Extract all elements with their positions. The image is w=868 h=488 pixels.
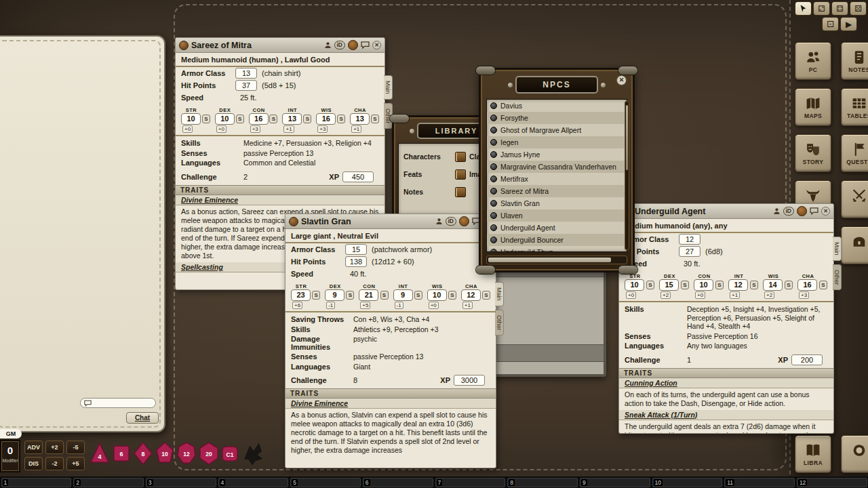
xp-value[interactable]: 200: [791, 354, 823, 365]
ability-save-button[interactable]: S: [371, 115, 379, 123]
ability-score[interactable]: 16: [316, 113, 336, 125]
ability-mod[interactable]: +0: [429, 302, 439, 309]
die-d8[interactable]: 8: [133, 441, 153, 466]
ability-mod[interactable]: +5: [360, 302, 370, 309]
die-d10[interactable]: 10: [155, 441, 175, 466]
hit-points-value[interactable]: 37: [235, 80, 257, 91]
scrollbar-handle[interactable]: [488, 258, 611, 262]
dice-tool-button-1[interactable]: ⚁: [813, 1, 830, 16]
die-d12[interactable]: 12: [176, 441, 197, 466]
hotkey-slot[interactable]: 1: [1, 478, 72, 487]
ability-mod[interactable]: +1: [283, 125, 294, 133]
ability-int[interactable]: INT12+1S: [727, 273, 760, 298]
ability-save-button[interactable]: S: [202, 115, 210, 123]
npc-token-icon[interactable]: [490, 115, 497, 121]
ability-dex[interactable]: DEX10+0S: [214, 107, 245, 131]
npc-token-icon[interactable]: [490, 139, 497, 146]
die-d4[interactable]: 4: [90, 441, 110, 466]
module-book-icon[interactable]: [455, 187, 466, 197]
hotkey-slot[interactable]: 8: [507, 478, 578, 487]
minus5-button[interactable]: -5: [66, 441, 85, 454]
ability-save-button[interactable]: S: [337, 115, 345, 123]
npc-token-icon[interactable]: [289, 217, 298, 226]
module-book-icon[interactable]: [455, 152, 466, 162]
sidebar-button-encounters[interactable]: [841, 180, 868, 218]
ability-score[interactable]: 12: [461, 289, 481, 301]
ability-score[interactable]: 10: [215, 113, 235, 125]
ability-score[interactable]: 9: [325, 289, 344, 301]
ability-dex[interactable]: DEX15+2S: [658, 273, 690, 298]
npc-list-item[interactable]: Slavtin Gran: [487, 197, 627, 209]
npc-token-icon[interactable]: [490, 200, 497, 207]
sidebar-button-items[interactable]: [841, 226, 868, 264]
ability-wis[interactable]: WIS14+2S: [762, 273, 794, 298]
hotkey-slot[interactable]: 3: [146, 478, 216, 487]
ability-score[interactable]: 10: [427, 289, 447, 301]
sidebar-button-pc[interactable]: PC: [795, 42, 831, 80]
trait-name[interactable]: Sneak Attack (1/Turn): [619, 410, 833, 420]
ability-int[interactable]: INT9-1S: [392, 283, 424, 308]
hotkey-slot[interactable]: 6: [363, 478, 433, 487]
ability-mod[interactable]: +0: [182, 125, 193, 133]
npc-token-icon[interactable]: [490, 249, 497, 252]
npc-list-item[interactable]: Iegen: [487, 136, 627, 148]
ability-save-button[interactable]: S: [236, 115, 244, 123]
portrait-icon[interactable]: [797, 206, 807, 216]
disadvantage-button[interactable]: DIS: [24, 457, 43, 470]
tab-main[interactable]: Main: [833, 237, 842, 261]
armor-class-value[interactable]: 15: [345, 244, 367, 255]
ability-mod[interactable]: +1: [730, 291, 740, 299]
ability-dex[interactable]: DEX9-1S: [323, 283, 355, 308]
npc-token-icon[interactable]: [490, 188, 497, 195]
die-d20[interactable]: 20: [198, 441, 220, 466]
ability-mod[interactable]: +3: [799, 291, 809, 299]
hotkey-slot[interactable]: 5: [290, 478, 361, 487]
ability-str[interactable]: STR23+6S: [290, 283, 321, 308]
module-book-icon[interactable]: [455, 169, 466, 180]
modifier-value[interactable]: 0: [1, 445, 19, 456]
npc-list-item[interactable]: Sareez of Mitra: [487, 185, 627, 197]
sidebar-button-story[interactable]: STORY: [795, 134, 831, 172]
ability-mod[interactable]: +1: [462, 302, 473, 309]
ability-save-button[interactable]: S: [715, 281, 724, 289]
ability-mod[interactable]: +2: [764, 291, 774, 299]
ability-str[interactable]: STR10+0S: [623, 273, 656, 298]
ability-mod[interactable]: -1: [395, 302, 403, 309]
ability-con[interactable]: CON21+5S: [357, 283, 389, 308]
die-d100[interactable]: C1: [221, 441, 239, 466]
pointer-tool-button[interactable]: [795, 1, 812, 16]
hit-points-value[interactable]: 138: [345, 256, 367, 267]
hotkey-slot[interactable]: 12: [797, 478, 867, 487]
window-titlebar[interactable]: Underguild Agent iD ✕: [619, 204, 833, 219]
npcs-list-window[interactable]: NPCS ✕ Davius Forsythe Ghost of Margrave…: [479, 68, 635, 272]
dice-tool-button-4[interactable]: ⚀: [822, 17, 839, 31]
share-icon[interactable]: [324, 41, 332, 49]
sidebar-button-tokens[interactable]: [841, 435, 868, 473]
npc-token-icon[interactable]: [490, 151, 497, 158]
ability-score[interactable]: 13: [350, 113, 370, 125]
npc-list-item[interactable]: Underguild Agent: [487, 222, 627, 234]
ability-save-button[interactable]: S: [303, 115, 311, 123]
ability-cha[interactable]: CHA16+3S: [796, 273, 829, 298]
tab-other[interactable]: Other: [495, 310, 504, 336]
ability-con[interactable]: CON10+0S: [692, 273, 725, 298]
chat-bubble-icon[interactable]: [361, 41, 370, 49]
npc-token-icon[interactable]: [490, 102, 497, 109]
ability-mod[interactable]: -1: [326, 302, 335, 309]
ability-score[interactable]: 23: [291, 289, 311, 301]
npc-token-icon[interactable]: [179, 41, 189, 50]
ability-wis[interactable]: WIS16+3S: [315, 107, 347, 131]
ability-score[interactable]: 16: [797, 279, 817, 291]
npc-token-icon[interactable]: [490, 212, 497, 219]
ability-save-button[interactable]: S: [414, 291, 422, 300]
close-icon[interactable]: ✕: [372, 41, 381, 49]
hotkey-slot[interactable]: 10: [652, 478, 723, 487]
ability-score[interactable]: 14: [763, 279, 783, 291]
sidebar-button-notes[interactable]: NOTES: [841, 42, 868, 80]
ability-score[interactable]: 15: [659, 279, 679, 291]
gm-identity-tab[interactable]: GM: [0, 429, 22, 439]
window-titlebar[interactable]: Slavtin Gran iD ✕: [285, 214, 496, 229]
npc-token-icon[interactable]: [490, 237, 497, 243]
id-badge-icon[interactable]: iD: [334, 41, 346, 49]
ability-score[interactable]: 10: [694, 279, 713, 291]
